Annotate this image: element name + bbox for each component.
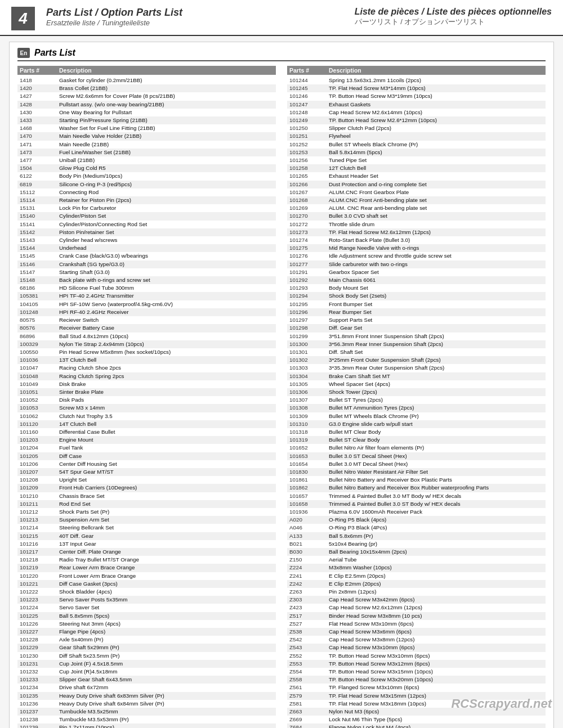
table-row: 101304Brake Cam Shaft Set MT	[287, 372, 546, 380]
part-number: 101225	[20, 612, 59, 620]
part-description: Cylinder head w/screws	[59, 236, 274, 244]
part-description: Rod End Set	[59, 500, 274, 508]
part-description: Bullet 3.0 CVD shaft set	[329, 212, 543, 220]
part-number: 101049	[20, 380, 59, 388]
table-row: 101245TP. Flat Head Screw M3*14mm (10pcs…	[287, 84, 546, 92]
part-number: 101224	[20, 604, 59, 612]
table-row: 101296Rear Bumper Set	[287, 308, 546, 316]
part-description: Idle Adjustment screw and throttle guide…	[329, 252, 543, 260]
part-number: 101220	[20, 572, 59, 580]
part-number: Z543	[289, 644, 329, 651]
table-row: 100550Pin Head Screw M5x8mm (hex socket/…	[17, 348, 276, 356]
part-number: 1468	[20, 124, 59, 132]
part-number: Z303	[289, 596, 329, 604]
part-number: 101657	[289, 492, 329, 500]
part-description: Throttle slide drum	[329, 221, 543, 228]
part-number: 101216	[20, 540, 59, 548]
part-number: 101048	[20, 372, 59, 380]
table-row: 101298Diff. Gear Set	[287, 324, 546, 332]
part-number: 101301	[289, 348, 329, 356]
table-row: 101230Diff Shaft 5x23.5mm (Pr)	[17, 652, 276, 660]
table-row: 1418Gasket for cylinder (0.2mm/21BB)	[17, 77, 276, 84]
table-row: 15148Back plate with o-rings and screw s…	[17, 276, 276, 284]
table-row: 101049Disk Brake	[17, 380, 276, 388]
part-description: Steering Bellcrank Set	[59, 524, 274, 532]
part-description: 3*56.3mm Rear Inner Suspension Shaft (2p…	[329, 340, 543, 348]
part-number: A020	[289, 516, 329, 524]
part-description: TP. Button Head Screw M2.6*12mm (10pcs)	[329, 116, 543, 124]
table-row: Z558TP. Button Head Screw M3x20mm (10pcs…	[287, 676, 546, 684]
part-number: 101227	[20, 628, 59, 636]
part-number: 101120	[20, 420, 59, 428]
table-row: 101272Throttle slide drum	[287, 221, 546, 228]
part-number: 101160	[20, 428, 59, 436]
table-row: 101301Diff. Shaft Set	[287, 348, 546, 356]
part-description: Bullet Nitro Battery and Receiver Box Ru…	[329, 484, 543, 492]
part-description: Racing Clutch Spring 2pcs	[59, 372, 274, 380]
part-description: Shock Bladder (4pcs)	[59, 588, 274, 596]
part-number: 101253	[289, 149, 329, 156]
table-row: 101233Slipper Gear Shaft 6x43.5mm	[17, 676, 276, 684]
part-description: O-Ring P3 Black (4Pcs)	[329, 524, 543, 532]
part-description: G3.0 Engine slide carb w/pull start	[329, 420, 543, 428]
part-number: 101258	[289, 164, 329, 172]
table-row: 101048Racing Clutch Spring 2pcs	[17, 372, 276, 380]
part-description: Bullet MT Ammunition Tyres (2pcs)	[329, 404, 543, 412]
table-row: 101228Axle 5x40mm (Pr)	[17, 636, 276, 644]
part-description: Starting Shaft (G3.0)	[59, 268, 274, 276]
part-description: Support Parts Set	[329, 316, 543, 324]
part-description: Diff. Shaft Set	[329, 348, 543, 356]
table-row: 80575Reciever Switch	[17, 316, 276, 324]
part-number: 101653	[289, 452, 329, 460]
table-row: Z241E Clip E2.5mm (20pcs)	[287, 572, 546, 580]
part-number: 101249	[289, 116, 329, 124]
table-row: 10125812T Clutch Bell	[287, 164, 546, 172]
part-number: 101233	[20, 676, 59, 684]
part-number: Z542	[289, 636, 329, 644]
part-number: 105381	[20, 292, 59, 300]
table-row: 1433Starting Pin/Pressure Spring (21BB)	[17, 116, 276, 124]
table-row: 101654Bullet 3.0 MT Decal Sheet (Hex)	[287, 460, 546, 468]
part-number: 101319	[289, 436, 329, 444]
part-description: Cup Joint (R)4.5x18mm	[59, 668, 274, 676]
table-row: 101051Sinter Brake Plate	[17, 388, 276, 396]
part-description: Ball Bearing 10x15x4mm (2pcs)	[329, 548, 543, 556]
part-description: E Clip E2.5mm (20pcs)	[329, 572, 543, 580]
table-row: 101239Pin 1.7x11mm (10pcs)	[17, 723, 276, 728]
table-row: 101221Diff Case Gasket (3pcs)	[17, 580, 276, 588]
part-description: Cap Head Screw M3x6mm (6pcs)	[329, 628, 543, 636]
part-number: 101936	[289, 508, 329, 516]
part-description: Servo Saver Posts 5x35mm	[59, 596, 274, 604]
part-description: One Way Bearing for Pullstart	[59, 109, 274, 116]
part-description: Aerial Tube	[329, 556, 543, 564]
part-number: 101256	[289, 156, 329, 164]
parts-list-section: En Parts List Parts # Description 1418Ga…	[9, 42, 554, 728]
part-number: 101268	[289, 196, 329, 204]
part-number: 101047	[20, 364, 59, 372]
part-number: Z669	[289, 716, 329, 723]
table-row: 101236Heavy Duty Drive shaft 6x84mm Silv…	[17, 700, 276, 708]
col-header-left: Parts # Description	[17, 66, 276, 75]
part-description: Turnbuckle M3.5x25mm	[59, 708, 274, 716]
part-number: 101234	[20, 684, 59, 691]
part-number: Z554	[289, 668, 329, 676]
table-row: 80576Receiver Battery Case	[17, 324, 276, 332]
part-number: 101652	[289, 444, 329, 452]
part-number: 101274	[289, 236, 329, 244]
table-row: 101160Differential Case Bullet	[17, 428, 276, 436]
table-row: 101227Flange Pipe (4pcs)	[17, 628, 276, 636]
part-description: Bullet ST Tyres (2pcs)	[329, 396, 543, 404]
table-row: 101277Slide carburetor with two o-rings	[287, 260, 546, 268]
part-description: Underhead	[59, 244, 274, 252]
part-description: Axle 5x40mm (Pr)	[59, 636, 274, 644]
part-description: Ball 5.8x5mm (5pcs)	[59, 612, 274, 620]
part-number: 101248	[20, 308, 59, 316]
part-description: Binder Head Screw M3x8mm (10 pcs)	[329, 612, 543, 620]
part-number: A046	[289, 524, 329, 532]
part-number: 101237	[20, 708, 59, 716]
header-titles-right: Liste de pièces / Liste des pièces optio…	[355, 7, 552, 27]
part-number: 68186	[20, 284, 59, 292]
table-row: 10103613T Clutch Bell	[17, 356, 276, 364]
part-number: 101223	[20, 596, 59, 604]
part-description: ALUM.CNC Front Gearbox Plate	[329, 188, 543, 196]
